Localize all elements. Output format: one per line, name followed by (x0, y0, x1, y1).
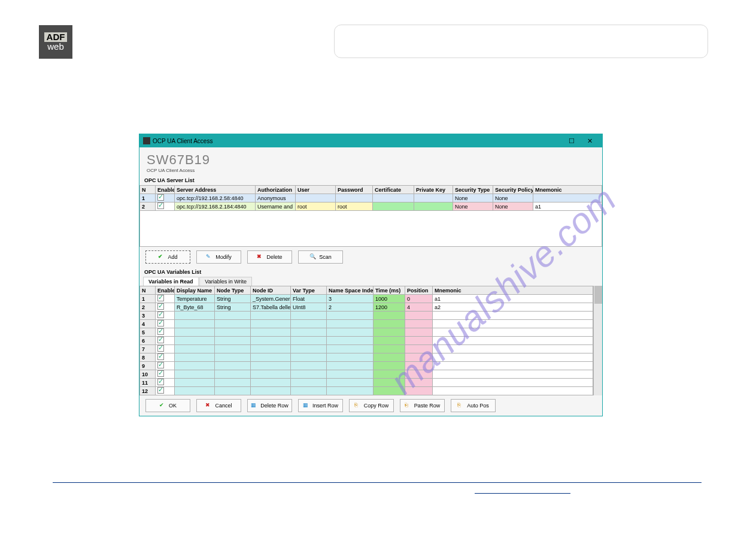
cell-position[interactable] (405, 353, 433, 362)
cell-node-type[interactable] (215, 362, 251, 370)
enable-cell[interactable] (156, 295, 175, 303)
enable-cell[interactable] (156, 379, 175, 387)
cell-pass[interactable] (336, 194, 373, 202)
scan-button[interactable]: 🔍Scan (298, 250, 343, 264)
cell-display-name[interactable] (175, 328, 215, 337)
cell-time[interactable] (374, 370, 405, 379)
cell-node-type[interactable] (215, 337, 251, 345)
cell-time[interactable] (374, 387, 405, 395)
cell-node-type[interactable] (215, 320, 251, 328)
cell-position[interactable] (405, 328, 433, 337)
cell-var-type[interactable] (291, 312, 327, 320)
cell-cert[interactable] (373, 194, 414, 202)
cancel-button[interactable]: ✖Cancel (196, 399, 241, 412)
cell-display-name[interactable] (175, 370, 215, 379)
cell-mnemonic[interactable] (433, 379, 593, 387)
variable-row[interactable]: 10 (140, 370, 593, 379)
checkbox-icon[interactable] (157, 345, 164, 352)
cell-var-type[interactable] (291, 328, 327, 337)
cell-node-id[interactable] (251, 312, 291, 320)
cell-node-id[interactable] (251, 345, 291, 353)
cell-ns-index[interactable] (327, 320, 374, 328)
delete-row-button[interactable]: ▦Delete Row (247, 399, 292, 412)
cell-ns-index[interactable]: 3 (327, 295, 374, 303)
checkbox-icon[interactable] (157, 353, 164, 360)
cell-sectype[interactable]: None (453, 202, 493, 211)
cell-node-type[interactable] (215, 353, 251, 362)
cell-position[interactable]: 0 (405, 295, 433, 303)
cell-node-id[interactable] (251, 328, 291, 337)
variable-row[interactable]: 9 (140, 362, 593, 370)
scrollbar-thumb[interactable] (594, 286, 602, 304)
cell-mnem[interactable]: a1 (533, 202, 602, 211)
cell-auth[interactable]: Anonymous (256, 194, 296, 202)
checkbox-icon[interactable] (157, 370, 164, 377)
variable-row[interactable]: 12 (140, 387, 593, 395)
cell-mnemonic[interactable] (433, 353, 593, 362)
cell-cert[interactable] (373, 202, 414, 211)
enable-cell[interactable] (156, 328, 175, 337)
enable-cell[interactable] (156, 312, 175, 320)
checkbox-icon[interactable] (157, 202, 164, 209)
cell-var-type[interactable] (291, 387, 327, 395)
enable-cell[interactable] (156, 370, 175, 379)
cell-node-type[interactable] (215, 345, 251, 353)
cell-mnemonic[interactable] (433, 362, 593, 370)
cell-display-name[interactable] (175, 345, 215, 353)
enable-cell[interactable] (156, 303, 175, 312)
cell-address[interactable]: opc.tcp://192.168.2.58:4840 (175, 194, 256, 202)
cell-mnemonic[interactable] (433, 387, 593, 395)
cell-var-type[interactable] (291, 370, 327, 379)
variable-row[interactable]: 2R_Byte_68StringS7.Tabella delleUInt8212… (140, 303, 593, 312)
cell-mnemonic[interactable] (433, 337, 593, 345)
checkbox-icon[interactable] (157, 303, 164, 310)
cell-var-type[interactable] (291, 320, 327, 328)
cell-mnemonic[interactable] (433, 320, 593, 328)
checkbox-icon[interactable] (157, 312, 164, 318)
cell-time[interactable] (374, 328, 405, 337)
variable-row[interactable]: 6 (140, 337, 593, 345)
cell-mnemonic[interactable] (433, 328, 593, 337)
server-row[interactable]: 1 opc.tcp://192.168.2.58:4840 Anonymous … (140, 194, 602, 202)
cell-var-type[interactable]: UInt8 (291, 303, 327, 312)
variable-row[interactable]: 5 (140, 328, 593, 337)
checkbox-icon[interactable] (157, 379, 164, 385)
cell-time[interactable] (374, 312, 405, 320)
cell-node-id[interactable]: S7.Tabella delle (251, 303, 291, 312)
cell-position[interactable] (405, 379, 433, 387)
cell-var-type[interactable] (291, 345, 327, 353)
cell-position[interactable] (405, 362, 433, 370)
cell-secpol[interactable]: None (493, 202, 533, 211)
close-icon[interactable]: ✕ (581, 136, 599, 146)
copy-row-button[interactable]: ⎘Copy Row (349, 399, 394, 412)
cell-node-type[interactable] (215, 370, 251, 379)
cell-ns-index[interactable] (327, 379, 374, 387)
maximize-icon[interactable]: ☐ (563, 136, 581, 146)
cell-sectype[interactable]: None (453, 194, 493, 202)
checkbox-icon[interactable] (157, 328, 164, 335)
cell-time[interactable]: 1000 (374, 295, 405, 303)
cell-ns-index[interactable] (327, 353, 374, 362)
cell-ns-index[interactable] (327, 328, 374, 337)
delete-button[interactable]: ✖Delete (247, 250, 292, 264)
tab-variables-write[interactable]: Variables in Write (199, 277, 252, 286)
variable-row[interactable]: 1TemperatureString_System.General.TFloat… (140, 295, 593, 303)
cell-node-type[interactable]: String (215, 295, 251, 303)
auto-pos-button[interactable]: ⎘Auto Pos (451, 399, 496, 412)
variable-row[interactable]: 3 (140, 312, 593, 320)
modify-button[interactable]: ✎Modify (196, 250, 241, 264)
cell-position[interactable]: 4 (405, 303, 433, 312)
cell-pkey[interactable] (414, 194, 453, 202)
cell-position[interactable] (405, 337, 433, 345)
insert-row-button[interactable]: ▦Insert Row (298, 399, 343, 412)
cell-ns-index[interactable] (327, 370, 374, 379)
variable-row[interactable]: 7 (140, 345, 593, 353)
enable-cell[interactable] (156, 362, 175, 370)
cell-address[interactable]: opc.tcp://192.168.2.184:4840 (175, 202, 256, 211)
cell-display-name[interactable]: R_Byte_68 (175, 303, 215, 312)
cell-node-id[interactable] (251, 320, 291, 328)
enable-cell[interactable] (156, 194, 175, 202)
cell-position[interactable] (405, 370, 433, 379)
cell-auth[interactable]: Username and (256, 202, 296, 211)
cell-var-type[interactable] (291, 353, 327, 362)
